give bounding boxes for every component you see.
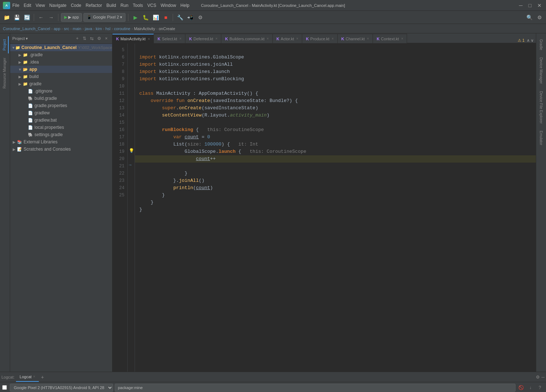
breadcrumb-oncreate[interactable]: onCreate — [159, 26, 175, 31]
menu-code[interactable]: Code — [71, 3, 81, 8]
tree-root[interactable]: ▼ 📁 Coroutine_Launch_Cancel Y:\002_WorkS… — [10, 44, 112, 51]
logcat-add-tab[interactable]: + — [39, 374, 46, 380]
app-selector[interactable]: ▶ ▶ app — [61, 13, 82, 22]
tree-item-extlibs[interactable]: ▶ 📚 External Libraries — [10, 138, 112, 146]
device-manager-vtab[interactable]: Device Manager — [538, 54, 545, 87]
project-structure-button[interactable]: 📁 — [2, 13, 11, 22]
tree-item-gradle[interactable]: ▶ 📁 .gradle — [10, 51, 112, 58]
tree-item-gradlewbat[interactable]: 📄 gradlew.bat — [10, 117, 112, 124]
gradle-vtab[interactable]: Gradle — [538, 36, 545, 53]
logcat-settings-button[interactable]: ⚙ — [536, 375, 540, 380]
logcat-device-selector[interactable]: Google Pixel 2 (HT7BV1A02915) Android 9,… — [10, 384, 113, 392]
logcat-tab-close[interactable]: × — [33, 375, 35, 379]
menu-file[interactable]: File — [12, 3, 19, 8]
tree-item-app[interactable]: ▼ 📂 app — [10, 66, 112, 73]
tab-select[interactable]: K Select.kt × — [154, 34, 185, 43]
sidebar-settings-button[interactable]: ⚙ — [95, 35, 103, 42]
breadcrumb-java[interactable]: java — [85, 26, 92, 31]
close-button[interactable]: ✕ — [536, 3, 543, 8]
sync-button[interactable]: 🔄 — [22, 13, 31, 22]
breadcrumb-kim[interactable]: kim — [96, 26, 102, 31]
device-checkbox[interactable] — [2, 385, 7, 390]
code-content[interactable]: import kotlinx.coroutines.GlobalScope im… — [135, 44, 536, 372]
menu-run[interactable]: Run — [120, 3, 128, 8]
logcat-scroll-button[interactable]: ↓ — [526, 384, 534, 392]
sidebar-close-button[interactable]: × — [103, 35, 110, 42]
tree-item-gradle2[interactable]: ▶ 📁 gradle — [10, 80, 112, 87]
logcat-minimize-button[interactable]: ─ — [541, 375, 545, 380]
breadcrumb-app[interactable]: app — [54, 26, 60, 31]
gutter-markers: 💡 → — [128, 44, 135, 372]
tab-builders-close[interactable]: × — [267, 37, 269, 41]
breadcrumb-coroutine[interactable]: coroutine — [114, 26, 130, 31]
tree-item-localprops[interactable]: 📄 local.properties — [10, 124, 112, 131]
emulator-vtab[interactable]: Emulator — [538, 128, 545, 148]
minimize-button[interactable]: ─ — [518, 3, 524, 8]
tab-builders[interactable]: K Builders.common.kt × — [221, 34, 272, 43]
menu-window[interactable]: Window — [161, 3, 176, 8]
forward-button[interactable]: → — [47, 13, 56, 22]
tab-actor[interactable]: K Actor.kt × — [273, 34, 302, 43]
logcat-filter-input[interactable] — [115, 384, 516, 392]
menu-build[interactable]: Build — [106, 3, 116, 8]
tab-mainactivity-close[interactable]: × — [148, 37, 150, 41]
menu-tools[interactable]: Tools — [133, 3, 143, 8]
breadcrumb-project[interactable]: Coroutine_Launch_Cancel — [3, 26, 50, 31]
breadcrumb-src[interactable]: src — [64, 26, 69, 31]
tab-mainactivity[interactable]: K MainActivity.kt × — [112, 34, 154, 43]
tab-deferred[interactable]: K Deferred.kt × — [185, 34, 221, 43]
breadcrumb-hsl[interactable]: hsl — [105, 26, 110, 31]
breadcrumb-main[interactable]: main — [73, 26, 81, 31]
save-button[interactable]: 💾 — [12, 13, 21, 22]
resource-manager-vtab[interactable]: Resource Manager — [1, 55, 9, 91]
sidebar-expand-button[interactable]: ⇅ — [81, 35, 88, 42]
search-everywhere-button[interactable]: 🔍 — [525, 13, 534, 22]
tab-context-close[interactable]: × — [401, 37, 403, 41]
avd-manager-button[interactable]: 📲 — [186, 13, 194, 22]
sidebar-collapse-button[interactable]: ⇆ — [88, 35, 95, 42]
menu-edit[interactable]: Edit — [24, 3, 31, 8]
tab-channel-close[interactable]: × — [367, 37, 369, 41]
tree-item-idea[interactable]: ▶ 📁 .idea — [10, 58, 112, 66]
tree-item-gitignore[interactable]: 📄 .gitignore — [10, 87, 112, 95]
tab-channel[interactable]: K Channel.kt × — [338, 34, 373, 43]
logcat-tab-main[interactable]: Logcat × — [16, 372, 39, 382]
device-selector[interactable]: 📱 Google Pixel 2 ▾ — [83, 13, 126, 22]
stop-button[interactable]: ■ — [161, 13, 170, 22]
menu-help[interactable]: Help — [180, 3, 189, 8]
debug-button[interactable]: 🐛 — [141, 13, 150, 22]
tree-item-gradlew[interactable]: 📄 gradlew — [10, 109, 112, 117]
breadcrumb-mainactivity[interactable]: MainActivity — [134, 26, 155, 31]
menu-navigate[interactable]: Navigate — [49, 3, 66, 8]
logcat-help-button[interactable]: ? — [536, 384, 544, 392]
tab-produce-close[interactable]: × — [332, 37, 334, 41]
logcat-clear-button[interactable]: 🚫 — [517, 384, 525, 392]
gitignore-arrow — [22, 89, 28, 93]
sidebar-add-button[interactable]: + — [74, 35, 81, 42]
device-checkbox-input[interactable] — [2, 385, 7, 390]
tree-item-gradleprops[interactable]: 📄 gradle.properties — [10, 102, 112, 109]
menu-view[interactable]: View — [36, 3, 45, 8]
project-vtab[interactable]: Project — [1, 36, 9, 53]
tab-deferred-icon: K — [189, 37, 192, 41]
tab-deferred-close[interactable]: × — [215, 37, 218, 41]
code-editor[interactable]: 56789 1011121314 1516171819 2021222324 2… — [112, 44, 536, 372]
tab-context[interactable]: K Context.kt × — [373, 34, 407, 43]
maximize-button[interactable]: □ — [527, 3, 533, 8]
settings-button[interactable]: ⚙ — [535, 13, 544, 22]
tree-item-scratches[interactable]: ▶ 📝 Scratches and Consoles — [10, 146, 112, 153]
menu-vcs[interactable]: VCS — [147, 3, 156, 8]
run-button[interactable]: ▶ — [131, 13, 140, 22]
tab-produce[interactable]: K Produce.kt × — [302, 34, 337, 43]
tree-item-settingsgradle[interactable]: 🐘 settings.gradle — [10, 131, 112, 138]
device-file-explorer-vtab[interactable]: Device File Explorer — [538, 88, 545, 126]
tree-item-buildgradle[interactable]: 🐘 build.gradle — [10, 95, 112, 102]
tab-actor-close[interactable]: × — [296, 37, 299, 41]
menu-refactor[interactable]: Refactor — [86, 3, 102, 8]
tree-item-build[interactable]: ▶ 📁 build — [10, 73, 112, 80]
sdk-manager-button[interactable]: ⚙ — [196, 13, 205, 22]
gradle-sync-button[interactable]: 🔧 — [176, 13, 184, 22]
back-button[interactable]: ← — [37, 13, 45, 22]
tab-select-close[interactable]: × — [179, 37, 181, 41]
profile-button[interactable]: 📊 — [151, 13, 160, 22]
